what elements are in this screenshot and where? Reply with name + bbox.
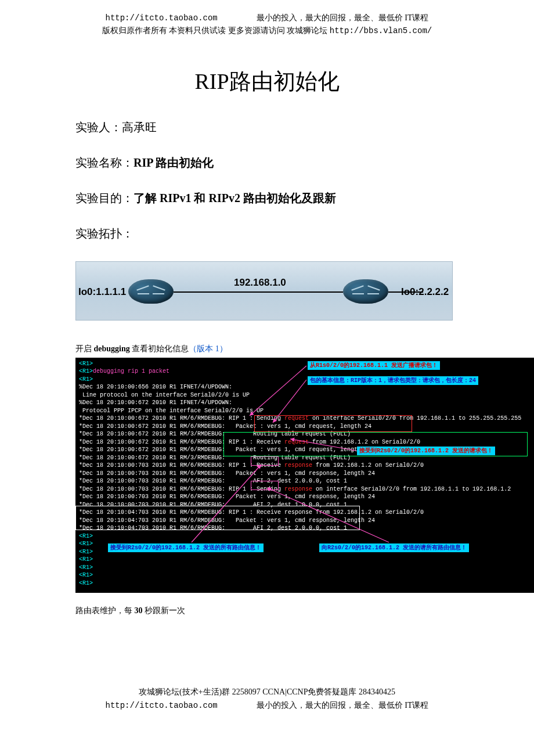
- highlight-box-receive: [251, 456, 279, 466]
- footer-url: http://itcto.taobao.com: [106, 701, 218, 710]
- debug-bold: debugging: [94, 344, 130, 353]
- page-header: http://itcto.taobao.com 最小的投入，最大的回报，最全、最…: [75, 12, 459, 38]
- topology-right-label: Io0:2.2.2.2: [401, 286, 449, 298]
- debug-heading: 开启 debugging 查看初始化信息（版本 1）: [75, 344, 459, 354]
- header-url-2: http://bbs.vlan5.com/: [330, 26, 432, 35]
- header-slogan: 最小的投入，最大的回报，最全、最低价 IT课程: [257, 13, 429, 22]
- rt-pre: 路由表维护，每: [75, 606, 135, 615]
- topology-left-label: Io0:1.1.1.1: [78, 286, 126, 298]
- route-maintenance-note: 路由表维护，每 30 秒跟新一次: [75, 606, 459, 616]
- field-name: 实验名称：RIP 路由初始化: [75, 155, 459, 171]
- highlight-box-white: [75, 506, 360, 530]
- name-value: RIP 路由初始化: [134, 156, 214, 169]
- callout-packet-info: 包的基本信息：RIP版本：1，请求包类型：请求包，包长度：24: [308, 376, 478, 386]
- debug-post: 查看初始化信息: [130, 344, 189, 353]
- topology-diagram: Io0:1.1.1.1 192.168.1.0 Io0:2.2.2.2: [75, 261, 453, 321]
- terminal-text: <R1> <R1>debugging rip 1 packet <R1> %De…: [79, 360, 531, 588]
- field-topology-label: 实验拓扑：: [75, 226, 459, 242]
- page-footer: 攻城狮论坛(技术+生活)群 2258097 CCNA|CCNP免费答疑题库 28…: [75, 686, 459, 712]
- name-label: 实验名称：: [75, 156, 134, 169]
- highlight-box-sending: [251, 481, 279, 490]
- footer-line1: 攻城狮论坛(技术+生活)群 2258097 CCNA|CCNP免费答疑题库 28…: [75, 686, 459, 699]
- terminal-output: <R1> <R1>debugging rip 1 packet <R1> %De…: [75, 358, 534, 593]
- debug-pre: 开启: [75, 344, 94, 353]
- topology-mid-label: 192.168.1.0: [234, 277, 286, 289]
- experimenter-value: 高承旺: [122, 121, 157, 134]
- router-1-icon: [128, 279, 174, 304]
- debug-version: （版本 1）: [189, 344, 228, 353]
- topology-link: [174, 291, 343, 293]
- callout-send-all-routes: 向R2s0/2/0的192.168.1.2 发送的请所有路由信息！: [319, 543, 469, 553]
- router-2-icon: [343, 279, 388, 304]
- highlight-box-red: [254, 415, 412, 432]
- field-goal: 实验目的：了解 RIPv1 和 RIPv2 路由初始化及跟新: [75, 190, 459, 206]
- callout-send-broadcast: 从R1s0/2/0的192.168.1.1 发送广播请求包！: [308, 361, 440, 370]
- goal-label: 实验目的：: [75, 192, 134, 204]
- rt-post: 秒跟新一次: [143, 606, 186, 615]
- highlight-box-green: [223, 432, 528, 456]
- field-experimenter: 实验人：高承旺: [75, 120, 459, 135]
- header-url-1: http://itcto.taobao.com: [106, 13, 218, 23]
- callout-receive-all-routes: 接受到R2s0/2/0的192.168.1.2 发送的所有路由信息！: [108, 543, 264, 553]
- experimenter-label: 实验人：: [75, 121, 122, 134]
- header-copyright: 版权归原作者所有 本资料只供试读 更多资源请访问 攻城狮论坛: [102, 26, 330, 35]
- goal-value: 了解 RIPv1 和 RIPv2 路由初始化及跟新: [134, 192, 336, 204]
- rt-bold: 30: [135, 606, 143, 615]
- page-title: RIP路由初始化: [75, 67, 459, 96]
- footer-slogan: 最小的投入，最大的回报，最全、最低价 IT课程: [257, 701, 429, 710]
